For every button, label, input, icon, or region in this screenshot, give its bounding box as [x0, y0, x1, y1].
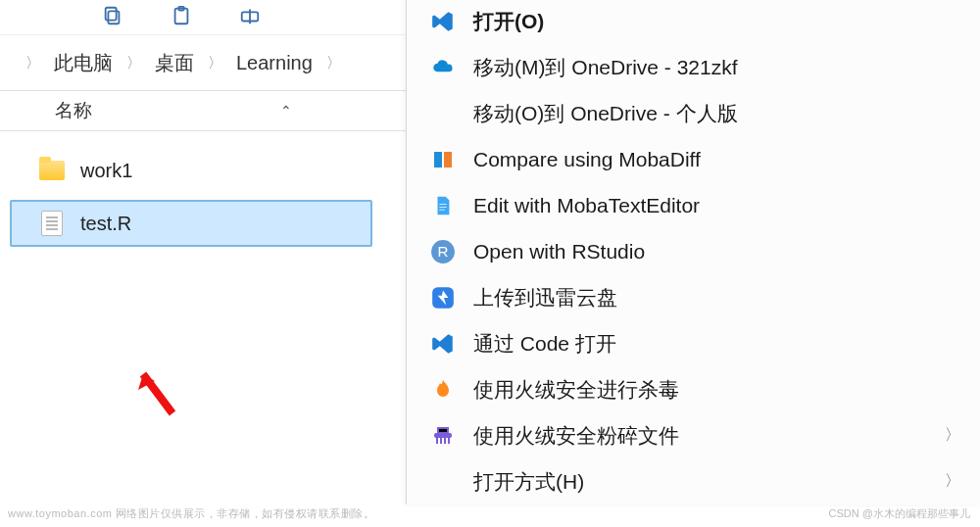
- context-menu: 打开(O) 移动(M)到 OneDrive - 321zkf 移动(O)到 On…: [406, 0, 980, 504]
- text-editor-icon: [428, 191, 458, 220]
- menu-label: Compare using MobaDiff: [473, 148, 701, 171]
- menu-open-with-code[interactable]: 通过 Code 打开: [407, 320, 980, 366]
- menu-compare-mobadiff[interactable]: Compare using MobaDiff: [407, 136, 980, 182]
- svg-rect-0: [108, 11, 119, 24]
- chevron-right-icon: 〉: [945, 471, 960, 492]
- onedrive-icon: [428, 53, 458, 82]
- chevron-right-icon: 〉: [208, 54, 222, 72]
- svg-rect-6: [444, 152, 452, 168]
- breadcrumb-item[interactable]: 桌面: [155, 50, 194, 76]
- menu-label: 打开方式(H): [473, 468, 584, 496]
- breadcrumb-item[interactable]: Learning: [236, 52, 313, 74]
- vscode-icon: [428, 329, 458, 359]
- watermark-right: CSDN @水木的编程那些事儿: [829, 506, 970, 521]
- menu-label: 使用火绒安全粉碎文件: [473, 422, 679, 450]
- menu-open[interactable]: 打开(O): [407, 0, 980, 44]
- folder-icon: [39, 158, 65, 183]
- xunlei-icon: [428, 283, 458, 312]
- chevron-right-icon: 〉: [126, 54, 141, 72]
- menu-label: 通过 Code 打开: [473, 330, 616, 358]
- menu-label: 移动(O)到 OneDrive - 个人版: [473, 100, 738, 127]
- menu-huorong-shred[interactable]: 使用火绒安全粉碎文件 〉: [407, 412, 980, 458]
- menu-label: 上传到迅雷云盘: [473, 284, 617, 311]
- menu-label: Edit with MobaTextEditor: [473, 194, 700, 217]
- watermark-left: www.toymoban.com 网络图片仅供展示，非存储，如有侵权请联系删除。: [8, 506, 374, 521]
- chevron-right-icon: 〉: [945, 425, 960, 446]
- breadcrumb-item[interactable]: 此电脑: [54, 50, 113, 76]
- menu-label: 打开(O): [473, 8, 544, 35]
- chevron-up-icon: ⌃: [280, 103, 292, 119]
- menu-move-onedrive-1[interactable]: 移动(M)到 OneDrive - 321zkf: [407, 44, 980, 90]
- menu-open-rstudio[interactable]: R Open with RStudio: [407, 228, 980, 274]
- menu-label: Open with RStudio: [473, 240, 645, 264]
- menu-edit-mobatext[interactable]: Edit with MobaTextEditor: [407, 182, 980, 228]
- svg-text:R: R: [438, 243, 449, 260]
- rstudio-icon: R: [428, 237, 458, 266]
- menu-move-onedrive-2[interactable]: 移动(O)到 OneDrive - 个人版: [407, 90, 980, 136]
- menu-huorong-scan[interactable]: 使用火绒安全进行杀毒: [407, 366, 980, 412]
- toolbar-paste-icon[interactable]: [171, 5, 192, 30]
- svg-rect-1: [106, 7, 117, 20]
- file-list: work1 test.R: [0, 131, 382, 268]
- mobadiff-icon: [428, 145, 458, 174]
- column-name-header: 名称: [55, 98, 92, 123]
- chevron-right-icon: 〉: [25, 54, 40, 72]
- menu-xunlei-upload[interactable]: 上传到迅雷云盘: [407, 274, 980, 320]
- file-label: test.R: [80, 213, 131, 235]
- vscode-icon: [428, 7, 458, 36]
- file-label: work1: [80, 160, 132, 182]
- list-item-file[interactable]: test.R: [10, 200, 372, 247]
- menu-label: 使用火绒安全进行杀毒: [473, 376, 679, 404]
- text-file-icon: [39, 211, 65, 236]
- huorong-icon: [428, 375, 458, 405]
- list-item-folder[interactable]: work1: [10, 147, 372, 194]
- menu-label: 移动(M)到 OneDrive - 321zkf: [473, 54, 738, 81]
- chevron-right-icon: 〉: [326, 54, 341, 72]
- shredder-icon: [428, 421, 458, 451]
- menu-open-with[interactable]: 打开方式(H) 〉: [407, 458, 980, 504]
- svg-rect-5: [434, 152, 442, 168]
- toolbar-copy-icon[interactable]: [102, 5, 123, 30]
- annotation-arrow: [122, 357, 190, 425]
- toolbar-rename-icon[interactable]: [239, 5, 261, 30]
